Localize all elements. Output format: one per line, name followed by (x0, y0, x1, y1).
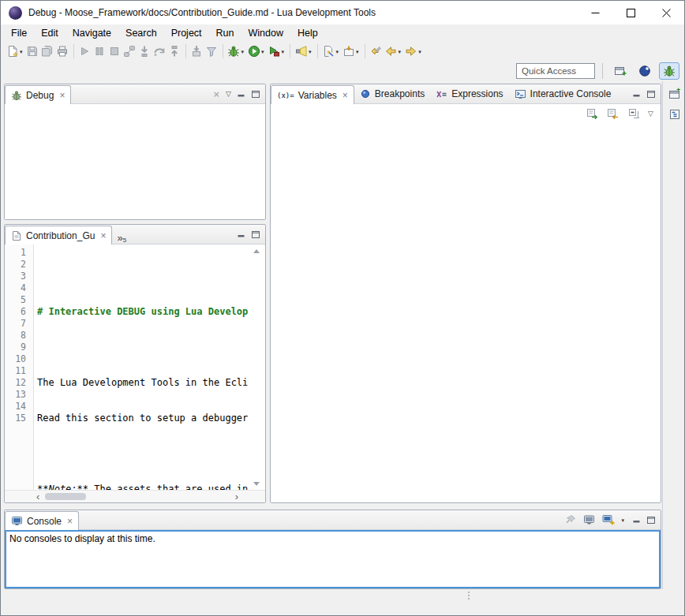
tab-interactive-console[interactable]: Interactive Console (509, 84, 617, 103)
tab-breakpoints[interactable]: Breakpoints (354, 84, 430, 103)
variables-view-toolbar: ▽ (271, 104, 661, 123)
editor-tab-overflow-chevron[interactable]: » 5 (112, 232, 131, 244)
debug-dropdown-icon[interactable]: ▾ (241, 49, 245, 55)
show-logical-structures-icon[interactable] (586, 107, 599, 120)
close-icon[interactable]: × (67, 517, 73, 526)
minimized-views-bar (662, 81, 685, 589)
back-icon[interactable] (384, 43, 399, 60)
forward-dropdown-icon[interactable]: ▾ (418, 49, 421, 55)
external-tools-dropdown-icon[interactable]: ▾ (282, 49, 285, 55)
debug-perspective-icon[interactable] (659, 62, 679, 80)
debug-icon[interactable] (226, 43, 241, 60)
close-icon[interactable]: × (100, 231, 106, 241)
resume-icon[interactable] (77, 43, 92, 60)
interactive-console-icon (515, 88, 526, 100)
minimize-window-button[interactable] (578, 1, 613, 24)
maximize-view-icon[interactable] (252, 91, 260, 98)
tab-variables[interactable]: (x)= Variables × (271, 85, 354, 104)
pin-console-icon[interactable] (564, 513, 577, 526)
variables-view-content[interactable] (271, 123, 661, 502)
tab-debug[interactable]: Debug × (5, 85, 71, 104)
maximize-view-icon[interactable] (252, 231, 260, 238)
close-icon[interactable]: × (342, 91, 348, 100)
external-tools-icon[interactable] (267, 43, 282, 60)
forward-icon[interactable] (403, 43, 418, 60)
tab-console[interactable]: Console × (5, 511, 79, 530)
editor-body[interactable]: 12 34 56 78 910 1112 1314 15 # Interacti… (5, 245, 265, 490)
step-into-icon[interactable] (137, 43, 152, 60)
menu-navigate[interactable]: Navigate (66, 25, 118, 41)
expand-selected-icon[interactable] (607, 107, 619, 120)
tab-contribution-guide[interactable]: Contribution_Gu × (5, 226, 112, 245)
editor-gutter[interactable]: 12 34 56 78 910 1112 1314 15 (5, 245, 34, 490)
new-wizard-dropdown-icon[interactable]: ▾ (336, 49, 339, 55)
minimize-view-icon[interactable] (238, 231, 245, 238)
lua-perspective-icon[interactable] (634, 62, 655, 80)
run-dropdown-icon[interactable]: ▾ (261, 49, 264, 55)
minimize-view-icon[interactable] (238, 91, 245, 98)
step-return-icon[interactable] (167, 43, 182, 60)
step-over-icon[interactable] (152, 43, 167, 60)
breakpoints-icon (360, 88, 371, 99)
menu-search[interactable]: Search (118, 25, 164, 41)
back-dropdown-icon[interactable]: ▾ (399, 49, 402, 55)
new-dropdown-icon[interactable]: ▾ (20, 49, 23, 55)
view-menu-icon[interactable]: ▽ (648, 110, 653, 118)
sash-grip[interactable] (468, 592, 470, 599)
scroll-left-icon[interactable]: ‹ (36, 491, 39, 502)
search-icon[interactable] (294, 43, 309, 60)
menu-edit[interactable]: Edit (34, 25, 66, 41)
close-window-button[interactable] (649, 1, 684, 24)
open-perspective-icon[interactable] (610, 62, 631, 80)
print-icon[interactable] (55, 43, 70, 60)
menu-help[interactable]: Help (290, 25, 325, 41)
restore-view-icon[interactable] (668, 88, 681, 100)
scroll-right-icon[interactable]: › (235, 491, 238, 502)
app-logo-icon (9, 6, 22, 20)
last-edit-location-icon[interactable] (369, 43, 384, 60)
run-icon[interactable] (246, 43, 261, 60)
scrollbar-thumb[interactable] (45, 493, 86, 500)
display-selected-console-icon[interactable] (583, 513, 596, 526)
maximize-view-icon[interactable] (647, 517, 655, 524)
minimize-view-icon[interactable] (633, 517, 641, 524)
collapse-all-icon[interactable] (627, 107, 640, 120)
open-console-icon[interactable] (602, 513, 615, 526)
open-element-dropdown-icon[interactable]: ▾ (356, 49, 359, 55)
horizontal-scrollbar[interactable]: ‹ › (5, 490, 265, 502)
new-wizard-icon[interactable] (321, 43, 336, 60)
tab-contribution-guide-label: Contribution_Gu (26, 230, 95, 241)
tab-expressions[interactable]: Expressions (430, 84, 508, 103)
maximize-window-button[interactable] (613, 1, 649, 24)
use-step-filters-icon[interactable] (204, 43, 219, 60)
open-element-icon[interactable] (341, 43, 356, 60)
save-icon[interactable] (25, 43, 40, 60)
new-icon[interactable] (5, 43, 20, 60)
remove-all-terminated-icon[interactable]: × (213, 89, 219, 99)
suspend-icon[interactable] (92, 43, 107, 60)
menu-window[interactable]: Window (241, 25, 290, 41)
terminate-icon[interactable] (107, 43, 122, 60)
minimize-view-icon[interactable] (633, 91, 641, 98)
maximize-view-icon[interactable] (647, 91, 655, 98)
debug-view-content[interactable] (5, 104, 265, 219)
scroll-up-icon[interactable] (253, 249, 260, 253)
disconnect-icon[interactable] (122, 43, 137, 60)
save-all-icon[interactable] (40, 43, 55, 60)
menu-file[interactable]: File (4, 25, 34, 41)
perspective-bar: Quick Access (1, 61, 684, 81)
scroll-down-icon[interactable] (253, 482, 260, 486)
view-menu-icon[interactable]: ▽ (226, 90, 231, 98)
drop-to-frame-icon[interactable] (189, 43, 204, 60)
menu-project[interactable]: Project (164, 25, 209, 41)
search-dropdown-icon[interactable]: ▾ (309, 49, 312, 55)
outline-view-icon[interactable] (668, 108, 681, 121)
close-icon[interactable]: × (59, 91, 65, 100)
tab-expressions-label: Expressions (451, 88, 503, 99)
quick-access-input[interactable]: Quick Access (516, 63, 595, 79)
open-console-dropdown-icon[interactable]: ▾ (621, 517, 624, 524)
menu-run[interactable]: Run (209, 25, 241, 41)
console-content[interactable]: No consoles to display at this time. (5, 530, 661, 588)
window-title: Debug - Moose_Framework/docs/Contributio… (28, 7, 376, 18)
code-area[interactable]: # Interactive DEBUG using Lua Develop Th… (34, 245, 265, 490)
